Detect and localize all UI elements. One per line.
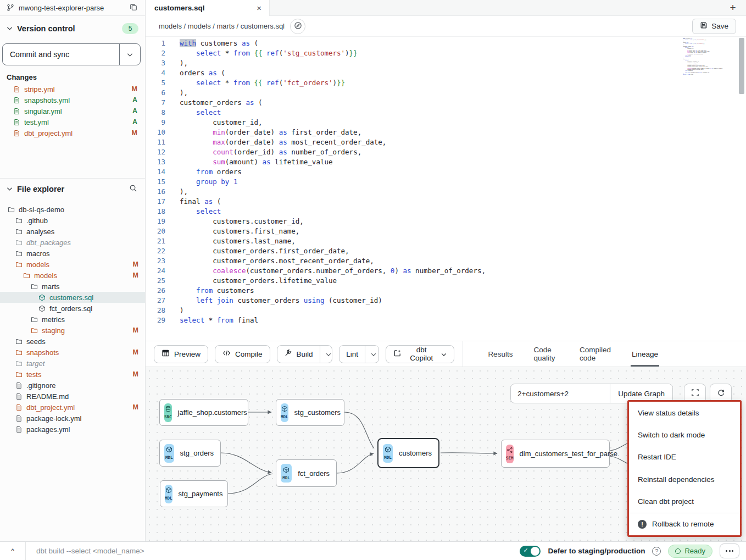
code-line[interactable]: 15 group by 1 (146, 177, 746, 187)
code-line[interactable]: 7customer_orders as ( (146, 98, 746, 108)
save-button[interactable]: Save (692, 19, 736, 34)
menu-item-reinstall-dependencies[interactable]: Reinstall dependencies (629, 468, 740, 490)
code-line[interactable]: 21 customers.last_name, (146, 236, 746, 246)
code-line[interactable]: 18 select (146, 207, 746, 217)
new-tab-button[interactable]: + (720, 0, 746, 15)
code-line[interactable]: 26 from customers (146, 286, 746, 296)
file-search-button[interactable] (128, 183, 138, 195)
tree-item-dbt_project.yml[interactable]: dbt_project.ymlM (0, 402, 145, 413)
commit-and-sync-button[interactable]: Commit and sync (3, 44, 119, 65)
explore-lineage-button[interactable] (290, 19, 305, 34)
version-control-header[interactable]: Version control 5 (0, 20, 145, 37)
tree-item-packages.yml[interactable]: packages.yml (0, 424, 145, 435)
menu-item-view-status-details[interactable]: View status details (629, 402, 740, 424)
code-line[interactable]: 9 customer_id, (146, 118, 746, 127)
tree-item-dbt_packages[interactable]: dbt_packages (0, 237, 145, 248)
help-icon[interactable]: ? (652, 547, 661, 556)
command-input[interactable] (35, 546, 266, 556)
lint-button[interactable]: Lint (339, 346, 365, 363)
more-options-button[interactable] (720, 544, 739, 558)
tree-item-package-lock.yml[interactable]: package-lock.yml (0, 413, 145, 424)
code-line[interactable]: 6), (146, 88, 746, 98)
tree-item-tests[interactable]: testsM (0, 369, 145, 380)
code-line[interactable]: 13 sum(amount) as lifetime_value (146, 157, 746, 167)
change-row-test.yml[interactable]: test.ymlA (0, 117, 145, 127)
tree-item-models[interactable]: modelsM (0, 270, 145, 281)
commit-options-button[interactable] (119, 44, 140, 65)
code-line[interactable]: 4orders as ( (146, 68, 746, 78)
code-line[interactable]: 20 customers.first_name, (146, 226, 746, 236)
code-editor[interactable]: 1with customers as (2 select * from {{ r… (146, 37, 746, 341)
code-line[interactable]: 19 customers.customer_id, (146, 217, 746, 226)
change-row-singular.yml[interactable]: singular.ymlA (0, 106, 145, 117)
lineage-canvas[interactable]: SRC jaffle_shop.customers MDL stg_custom… (146, 367, 746, 541)
code-line[interactable]: 27 left join customer_orders using (cust… (146, 296, 746, 306)
code-line[interactable]: 28) (146, 306, 746, 315)
change-row-stripe.yml[interactable]: stripe.ymlM (0, 84, 145, 95)
code-line[interactable]: 17final as ( (146, 197, 746, 207)
dbt-copilot-button[interactable]: dbt Copilot (386, 345, 454, 363)
compile-button[interactable]: Compile (215, 345, 270, 363)
lineage-node-fct-orders[interactable]: MDL fct_orders (276, 459, 337, 487)
build-options-button[interactable] (320, 346, 333, 363)
tree-item-macros[interactable]: macros (0, 248, 145, 259)
lineage-node-jaffle-shop-customers[interactable]: SRC jaffle_shop.customers (159, 399, 248, 426)
tree-item-.gitignore[interactable]: .gitignore (0, 380, 145, 391)
lineage-node-customers[interactable]: MDL customers (377, 438, 439, 468)
command-bar-expand-button[interactable]: ^ (0, 542, 25, 560)
tab-lineage[interactable]: Lineage (632, 341, 658, 367)
tree-item-target[interactable]: target (0, 358, 145, 369)
change-row-dbt_project.yml[interactable]: dbt_project.ymlM (0, 127, 145, 138)
code-line[interactable]: 3), (146, 58, 746, 68)
tab-close-button[interactable]: × (255, 4, 263, 12)
code-line[interactable]: 5 select * from {{ ref('fct_orders')}} (146, 78, 746, 88)
editor-minimap[interactable]: with customers as ( select * from {{ ref… (681, 38, 734, 109)
lineage-node-stg-customers[interactable]: MDL stg_customers (276, 399, 344, 426)
file-explorer-header[interactable]: File explorer (0, 181, 145, 197)
preview-button[interactable]: Preview (154, 345, 208, 363)
lineage-node-stg-payments[interactable]: MDL stg_payments (160, 480, 228, 507)
ide-status-badge[interactable]: Ready (668, 545, 712, 558)
code-line[interactable]: 25 customer_orders.lifetime_value (146, 276, 746, 286)
tree-item-customers.sql[interactable]: customers.sql (0, 292, 145, 303)
tree-item-marts[interactable]: marts (0, 281, 145, 292)
code-line[interactable]: 24 coalesce(customer_orders.number_of_or… (146, 266, 746, 276)
copy-branch-button[interactable] (129, 2, 138, 14)
menu-item-rollback-to-remote[interactable]: ! Rollback to remote (629, 513, 740, 535)
tab-results[interactable]: Results (488, 341, 513, 367)
build-button[interactable]: Build (277, 346, 320, 363)
code-line[interactable]: 29select * from final (146, 315, 746, 325)
code-line[interactable]: 16), (146, 187, 746, 197)
code-line[interactable]: 12 count(order_id) as number_of_orders, (146, 147, 746, 157)
code-line[interactable]: 11 max(order_date) as most_recent_order_… (146, 137, 746, 147)
code-line[interactable]: 2 select * from {{ ref('stg_customers')}… (146, 48, 746, 58)
lineage-node-stg-orders[interactable]: MDL stg_orders (159, 440, 221, 467)
lineage-node-dim-customers-test-for-parse[interactable]: SEM dim_customers_test_for_parse (501, 440, 610, 468)
code-line[interactable]: 10 min(order_date) as first_order_date, (146, 127, 746, 137)
menu-item-clean-dbt-project[interactable]: Clean dbt project (629, 490, 740, 512)
code-line[interactable]: 8 select (146, 108, 746, 118)
menu-item-switch-to-dark-mode[interactable]: Switch to dark mode (629, 424, 740, 446)
code-line[interactable]: 22 customer_orders.first_order_date, (146, 246, 746, 256)
tab-code-quality[interactable]: Code quality (533, 341, 559, 367)
tree-item-staging[interactable]: stagingM (0, 325, 145, 336)
tree-item-analyses[interactable]: analyses (0, 226, 145, 237)
code-line[interactable]: 1with customers as ( (146, 38, 746, 48)
tree-item-seeds[interactable]: seeds (0, 336, 145, 347)
tree-item-models[interactable]: modelsM (0, 259, 145, 270)
tree-item-snapshots[interactable]: snapshotsM (0, 347, 145, 358)
editor-scrollbar[interactable] (739, 38, 744, 94)
tree-item-README.md[interactable]: README.md (0, 391, 145, 402)
change-row-snapshots.yml[interactable]: snapshots.ymlA (0, 95, 145, 106)
tree-item-fct_orders.sql[interactable]: fct_orders.sql (0, 303, 145, 314)
lineage-selector-input[interactable] (511, 384, 610, 403)
code-line[interactable]: 14 from orders (146, 167, 746, 177)
code-line[interactable]: 23 customer_orders.most_recent_order_dat… (146, 256, 746, 266)
tree-item-.github[interactable]: .github (0, 215, 145, 226)
menu-item-restart-ide[interactable]: Restart IDE (629, 446, 740, 468)
tab-customers-sql[interactable]: customers.sql × (146, 0, 270, 16)
tree-item-metrics[interactable]: metrics (0, 314, 145, 325)
tree-item-db-sl-qs-demo[interactable]: db-sl-qs-demo (0, 204, 145, 215)
lint-options-button[interactable] (365, 346, 379, 363)
tab-compiled-code[interactable]: Compiled code (580, 341, 611, 367)
